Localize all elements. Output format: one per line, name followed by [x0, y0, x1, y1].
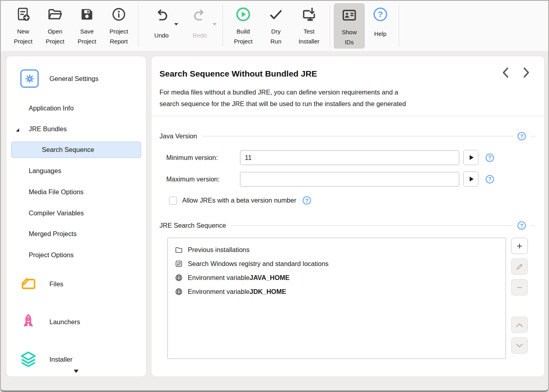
- list-item-windows-registry[interactable]: Search Windows registry and standard loc…: [168, 257, 506, 271]
- group-rule-end: [531, 136, 535, 136]
- redo-icon: [192, 7, 208, 25]
- minimum-version-variable-button[interactable]: [463, 150, 478, 165]
- sidebar-scroll-down-icon[interactable]: [74, 370, 79, 373]
- redo-button[interactable]: Redo: [181, 1, 219, 51]
- gear-icon: [20, 69, 39, 88]
- page-description: For media files without a bundled JRE, y…: [159, 87, 533, 109]
- search-sequence-list[interactable]: Previous installations Search Windows re…: [167, 238, 506, 359]
- plus-icon: +: [517, 241, 522, 251]
- group-rule-end: [531, 225, 535, 226]
- sidebar-label-launchers: Launchers: [49, 318, 80, 326]
- files-icon: [20, 275, 37, 293]
- sidebar-label-project-options: Project Options: [29, 251, 74, 259]
- java-version-help-icon[interactable]: ?: [518, 132, 526, 140]
- sidebar: General Settings Application Info JRE Bu…: [6, 56, 146, 376]
- beta-version-checkbox[interactable]: [169, 197, 177, 205]
- undo-icon: [153, 7, 169, 25]
- add-entry-button[interactable]: +: [511, 238, 528, 254]
- sidebar-label-languages: Languages: [29, 167, 61, 175]
- show-ids-toggle-button[interactable]: Show IDs: [334, 3, 365, 49]
- checkmark-icon: [268, 6, 284, 23]
- maximum-version-input[interactable]: [240, 172, 459, 187]
- test-installer-button[interactable]: Test Installer: [292, 1, 326, 51]
- minimum-version-input[interactable]: [240, 150, 459, 165]
- sidebar-item-languages[interactable]: Languages: [11, 163, 141, 179]
- layers-icon: [20, 351, 37, 368]
- sidebar-item-media-file-options[interactable]: Media File Options: [11, 184, 141, 200]
- maximum-version-variable-button[interactable]: [463, 171, 478, 187]
- sidebar-item-project-options[interactable]: Project Options: [11, 247, 141, 263]
- dry-run-button[interactable]: Dry Run: [260, 1, 292, 51]
- previous-step-button[interactable]: [500, 66, 512, 79]
- new-project-button[interactable]: New Project: [7, 1, 39, 51]
- save-project-button[interactable]: Save Project: [71, 1, 103, 51]
- sidebar-label-general-settings: General Settings: [49, 75, 98, 83]
- content-area: General Settings Application Info JRE Bu…: [1, 51, 548, 390]
- open-project-button[interactable]: Open Project: [39, 1, 71, 51]
- minimum-version-help-icon[interactable]: ?: [486, 154, 494, 162]
- open-folder-icon: [47, 6, 63, 23]
- sidebar-item-launchers[interactable]: Launchers: [11, 312, 141, 332]
- sidebar-item-search-sequence[interactable]: Search Sequence: [11, 142, 141, 158]
- java-version-group-label: Java Version: [159, 132, 197, 140]
- redo-dropdown-arrow-icon[interactable]: [213, 23, 216, 26]
- minimum-version-label: Minimum version:: [166, 154, 240, 162]
- sidebar-item-jre-bundles[interactable]: JRE Bundles: [11, 121, 141, 137]
- chevron-up-icon: [516, 323, 523, 327]
- monitor-download-icon: [301, 6, 317, 23]
- help-button[interactable]: ? Help: [366, 1, 395, 51]
- project-report-button[interactable]: Project Report: [103, 1, 135, 51]
- rocket-icon: [20, 313, 37, 331]
- toolbar-separator: [222, 5, 223, 47]
- chevron-down-icon: [516, 343, 523, 348]
- folder-icon: [175, 246, 183, 254]
- sidebar-label-installer: Installer: [49, 356, 73, 363]
- right-triangle-icon: [470, 155, 474, 160]
- list-item-java-home[interactable]: Environment variable JAVA_HOME: [168, 271, 506, 285]
- page-description-line2: search sequence for the JRE that will be…: [159, 98, 533, 110]
- next-step-button[interactable]: [520, 66, 532, 79]
- save-floppy-icon: [79, 6, 95, 23]
- app-window: New Project Open Project Save Project Pr…: [0, 0, 549, 392]
- toolbar-separator: [330, 5, 330, 47]
- list-item-text: Environment variable: [188, 274, 250, 282]
- jre-search-sequence-help-icon[interactable]: ?: [518, 221, 526, 230]
- undo-dropdown-arrow-icon[interactable]: [174, 23, 178, 26]
- build-project-button[interactable]: Build Project: [226, 1, 260, 51]
- beta-version-help-icon[interactable]: ?: [303, 196, 311, 205]
- beta-version-row: Allow JREs with a beta version number ?: [169, 196, 535, 205]
- sidebar-item-application-info[interactable]: Application Info: [11, 100, 141, 116]
- list-item-previous-installations[interactable]: Previous installations: [168, 243, 506, 257]
- toolbar-separator: [138, 5, 139, 47]
- globe-icon: [175, 288, 183, 296]
- tree-expanded-icon[interactable]: [15, 126, 20, 134]
- jre-search-sequence-group-header: JRE Search Sequence ?: [159, 221, 535, 230]
- sidebar-item-merged-projects[interactable]: Merged Projects: [11, 226, 141, 242]
- sidebar-item-files[interactable]: Files: [11, 274, 141, 294]
- sidebar-item-compiler-variables[interactable]: Compiler Variables: [11, 205, 141, 221]
- help-label: Help: [374, 29, 387, 39]
- list-item-text: Environment variable: [188, 288, 250, 295]
- list-item-jdk-home[interactable]: Environment variable JDK_HOME: [168, 285, 506, 299]
- minus-icon: −: [517, 283, 522, 292]
- edit-entry-button[interactable]: [511, 258, 528, 275]
- move-down-button[interactable]: [511, 337, 528, 354]
- info-circle-icon: [111, 6, 127, 23]
- sidebar-item-general-settings[interactable]: General Settings: [11, 67, 141, 90]
- java-version-group-header: Java Version ?: [159, 132, 535, 140]
- move-up-button[interactable]: [511, 317, 528, 333]
- build-play-icon: [235, 6, 251, 23]
- list-item-bold: JDK_HOME: [250, 288, 286, 295]
- dry-run-label: Dry Run: [270, 26, 281, 46]
- sidebar-label-media-file-options: Media File Options: [29, 188, 84, 196]
- save-project-label: Save Project: [78, 26, 96, 46]
- new-project-icon: [15, 6, 31, 23]
- maximum-version-label: Maximum version:: [166, 175, 240, 183]
- redo-label: Redo: [193, 30, 207, 40]
- step-navigation: [500, 66, 532, 79]
- right-triangle-icon: [470, 177, 474, 181]
- maximum-version-help-icon[interactable]: ?: [486, 175, 494, 183]
- undo-button[interactable]: Undo: [142, 1, 181, 51]
- sidebar-item-installer[interactable]: Installer: [11, 349, 141, 369]
- remove-entry-button[interactable]: −: [511, 279, 528, 295]
